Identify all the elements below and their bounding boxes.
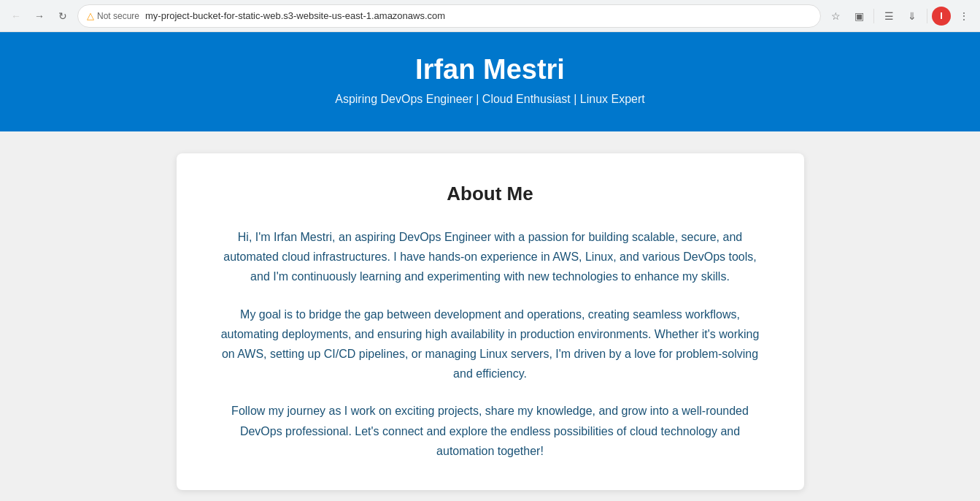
site-title: Irfan Mestri	[15, 54, 965, 85]
site-subtitle: Aspiring DevOps Engineer | Cloud Enthusi…	[15, 93, 965, 106]
bookmark-button[interactable]: ☆	[825, 6, 846, 26]
not-secure-badge: △ Not secure	[87, 10, 139, 21]
about-card: About Me Hi, I'm Irfan Mestri, an aspiri…	[177, 153, 804, 490]
reload-button[interactable]: ↻	[53, 6, 73, 26]
about-paragraph-1: Hi, I'm Irfan Mestri, an aspiring DevOps…	[220, 227, 760, 287]
browser-actions: ☆ ▣ ☰ ⇓ I ⋮	[825, 6, 974, 26]
download-button[interactable]: ⇓	[902, 6, 922, 26]
about-paragraph-3: Follow my journey as I work on exciting …	[220, 401, 760, 461]
address-bar[interactable]: △ Not secure my-project-bucket-for-stati…	[77, 4, 821, 28]
forward-button[interactable]: →	[29, 6, 50, 26]
main-content: About Me Hi, I'm Irfan Mestri, an aspiri…	[0, 131, 980, 501]
separator2	[927, 9, 927, 23]
about-paragraph-2: My goal is to bridge the gap between dev…	[220, 305, 760, 384]
menu-button[interactable]: ⋮	[954, 6, 974, 26]
site-header: Irfan Mestri Aspiring DevOps Engineer | …	[0, 32, 980, 131]
warning-icon: △	[87, 10, 94, 21]
sidebar-button[interactable]: ☰	[879, 6, 899, 26]
page-content: Irfan Mestri Aspiring DevOps Engineer | …	[0, 32, 980, 501]
separator	[873, 9, 874, 23]
browser-chrome: ← → ↻ △ Not secure my-project-bucket-for…	[0, 0, 980, 32]
nav-buttons: ← → ↻	[6, 6, 73, 26]
back-button[interactable]: ←	[6, 6, 26, 26]
about-title: About Me	[220, 183, 760, 205]
extensions-button[interactable]: ▣	[849, 6, 869, 26]
not-secure-label: Not secure	[97, 11, 139, 21]
profile-button[interactable]: I	[932, 7, 951, 26]
address-text: my-project-bucket-for-static-web.s3-webs…	[145, 10, 811, 21]
